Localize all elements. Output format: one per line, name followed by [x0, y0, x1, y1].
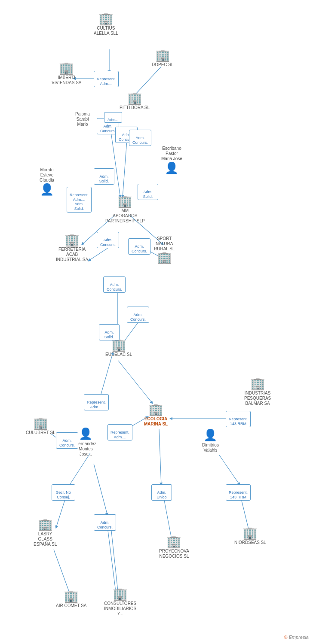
label-dopec: DOPEC SL [152, 62, 174, 67]
node-hernandez: 👤 Hernandez Montes Jose... [75, 427, 96, 457]
svg-line-19 [107, 527, 116, 595]
svg-line-20 [163, 496, 172, 541]
node-industrias-pesqueras[interactable]: 🏢 INDUSTRIAS PESQUERAS BALMAR SA [244, 378, 271, 406]
watermark: © Empresia [284, 635, 309, 640]
relation-box-adm-concurs-6[interactable]: Adm. Concurs. [103, 276, 126, 293]
node-lasry-glass[interactable]: 🏢 LASRY GLASS ESPAÑA SL [34, 519, 57, 547]
building-icon-lasry: 🏢 [38, 519, 53, 531]
relation-box-represent-adm-solid[interactable]: Represent. Adm.... Adm. Solid. [67, 187, 92, 213]
label-hernandez: Hernandez Montes Jose... [75, 441, 96, 457]
node-proyecnova[interactable]: 🏢 PROYECNOVA NEGOCIOS SL [159, 536, 189, 559]
svg-line-6 [123, 141, 127, 197]
node-escribano: Escribano Pastor Maria Jose 👤 [161, 145, 182, 175]
building-icon-cultius: 🏢 [98, 13, 114, 25]
node-imberti[interactable]: 🏢 IMBERTI VIVIENDAS SA [52, 62, 81, 85]
label-consultores: CONSULTORES INMOBILIARIOS Y... [104, 601, 136, 617]
node-air-comet[interactable]: 🏢 AIR COMET SA [56, 590, 87, 608]
building-icon-ferreteria: 🏢 [64, 234, 80, 246]
relation-box-adm-solid-2[interactable]: Adm. Solid. [138, 184, 158, 200]
building-icon-ecologia: 🏢 [148, 404, 163, 416]
label-niordseas: NIORDSEAS SL [234, 540, 266, 545]
node-dopec[interactable]: 🏢 DOPEC SL [152, 49, 174, 67]
relation-box-adm-unico[interactable]: Adm. Unico [151, 484, 172, 501]
label-sport-natura: SPORT NATURA RURAL SL [154, 236, 175, 252]
label-morato-esteve: Morato Esteve Claudia [40, 167, 54, 183]
label-culubret: CULUBRET SL [26, 430, 55, 435]
building-icon-air-comet: 🏢 [64, 590, 79, 602]
person-icon-dimitrios: 👤 [203, 428, 217, 442]
building-icon-pitti: 🏢 [127, 92, 142, 104]
relation-box-secr-no-consej[interactable]: Secr. No Consej. [52, 484, 75, 501]
node-paloma-sarabi: Paloma Sarabi Mario [75, 111, 90, 127]
label-eudelac: EUDELAC SL [105, 352, 132, 357]
label-mm-abogados: MM ABOGADOS PARTNERSHIP SLP [105, 208, 145, 224]
label-proyecnova: PROYECNOVA NEGOCIOS SL [159, 549, 189, 559]
svg-line-22 [219, 455, 240, 485]
svg-line-17 [94, 464, 107, 515]
building-icon-mm: 🏢 [117, 195, 132, 207]
node-consultores[interactable]: 🏢 CONSULTORES INMOBILIARIOS Y... [104, 588, 136, 617]
node-cultius-alella[interactable]: 🏢 CULTIUS ALELLA SLL [94, 13, 118, 36]
label-cultius-alella: CULTIUS ALELLA SLL [94, 26, 118, 36]
relation-box-represent-adm-1[interactable]: Represent. Adm.... [94, 71, 119, 87]
node-morato-esteve: Morato Esteve Claudia 👤 [40, 167, 54, 196]
svg-line-25 [111, 527, 118, 595]
relation-box-adm-concurs-4[interactable]: Adm. Concurs. [97, 232, 119, 248]
relation-box-adm-concurs-7[interactable]: Adm. Concurs. [127, 307, 149, 323]
building-icon-dopec: 🏢 [155, 49, 170, 61]
relation-box-adm-solid-1[interactable]: Adm. Solid. [94, 168, 114, 185]
label-escribano: Escribano Pastor Maria Jose [161, 146, 182, 161]
node-sport-natura[interactable]: SPORT NATURA RURAL SL 🏢 [154, 235, 175, 264]
node-ferreteria[interactable]: 🏢 FERRETERIA ACAB INDUSTRIAL SA [56, 234, 88, 262]
svg-line-18 [56, 497, 66, 528]
label-pitti-bora: PITTI BORA SL [120, 105, 150, 110]
relation-box-represent-143-2[interactable]: Represent. 143 RRM [226, 484, 251, 501]
relation-box-adm-4[interactable]: Adm.... [104, 112, 122, 123]
building-icon-sport: 🏢 [157, 252, 172, 264]
label-air-comet: AIR COMET SA [56, 603, 87, 608]
label-ecologia-marina: ECOLOGIA MARINA SL [144, 416, 168, 427]
svg-line-7 [88, 246, 111, 261]
relation-box-adm-concurs-5[interactable]: Adm. Concurs. [128, 238, 150, 255]
node-niordseas[interactable]: 🏢 NIORDSEAS SL [234, 527, 266, 545]
svg-line-11 [118, 361, 153, 404]
node-dimitrios: 👤 Dimitrios Valahis [202, 428, 219, 453]
relation-box-adm-concurs-8[interactable]: Adm. Concurs. [56, 432, 78, 449]
watermark-brand: Empresia [289, 635, 309, 640]
label-dimitrios: Dimitrios Valahis [202, 443, 219, 453]
node-ecologia-marina[interactable]: 🏢 ECOLOGIA MARINA SL [144, 404, 168, 427]
node-pitti-bora[interactable]: 🏢 PITTI BORA SL [120, 92, 150, 110]
relation-box-adm-concurs-9[interactable]: Adm. Concurs. [94, 514, 116, 531]
graph-container: 🏢 CULTIUS ALELLA SLL 🏢 DOPEC SL 🏢 IMBERT… [0, 0, 313, 644]
building-icon-eudelac: 🏢 [111, 339, 126, 351]
arrows-svg [0, 0, 313, 644]
building-icon-industrias: 🏢 [250, 378, 265, 390]
relation-box-adm-concurs-3[interactable]: Adm. Concurs. [129, 130, 151, 146]
label-lasry-glass: LASRY GLASS ESPAÑA SL [34, 532, 57, 547]
label-ferreteria: FERRETERIA ACAB INDUSTRIAL SA [56, 247, 88, 262]
building-icon-niordseas: 🏢 [242, 527, 258, 539]
building-icon-consultores: 🏢 [113, 588, 128, 600]
label-imberti: IMBERTI VIVIENDAS SA [52, 75, 81, 85]
label-industrias-pesqueras: INDUSTRIAS PESQUERAS BALMAR SA [244, 391, 271, 406]
node-culubret[interactable]: 🏢 CULUBRET SL [26, 417, 55, 435]
person-icon-escribano: 👤 [165, 161, 178, 175]
svg-line-23 [159, 429, 161, 485]
person-icon-hernandez: 👤 [79, 427, 92, 440]
building-icon-culubret: 🏢 [33, 417, 48, 429]
label-paloma-sarabi: Paloma Sarabi Mario [75, 112, 90, 127]
building-icon-imberti: 🏢 [59, 62, 74, 74]
relation-box-represent-adm-3[interactable]: Represent. Adm.... [107, 424, 132, 440]
person-icon-morato: 👤 [40, 183, 54, 196]
watermark-copy: © [284, 635, 287, 640]
building-icon-proyecnova: 🏢 [166, 536, 181, 548]
relation-box-adm-solid-3[interactable]: Adm. Solid. [99, 324, 120, 340]
node-eudelac[interactable]: 🏢 EUDELAC SL [105, 339, 132, 357]
relation-box-represent-143-1[interactable]: Represent. 143 RRM [226, 411, 251, 427]
relation-box-represent-adm-2[interactable]: Represent. Adm.... [84, 394, 109, 410]
